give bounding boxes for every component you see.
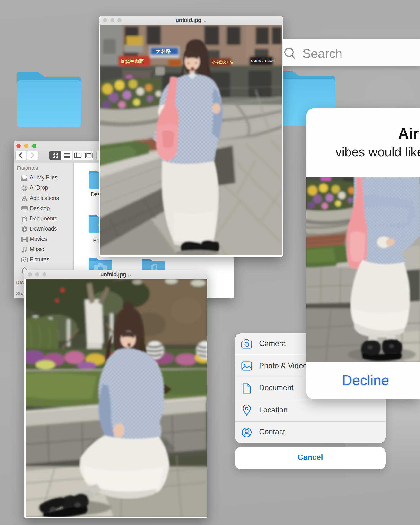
svg-text:大名路: 大名路 xyxy=(156,48,171,54)
svg-text:CORNER BAR: CORNER BAR xyxy=(251,59,275,63)
svg-text:红烧牛肉面: 红烧牛肉面 xyxy=(120,59,144,64)
svg-text:小堂图文广告: 小堂图文广告 xyxy=(212,60,234,64)
